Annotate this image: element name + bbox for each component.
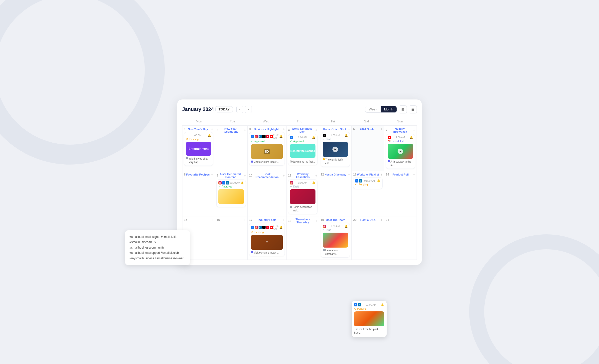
post-card-7: ▶ 1:00 AM 🔔 📅 Scheduled ▶ A throwback	[386, 134, 415, 169]
cell-title-14[interactable]: Product Poll	[389, 173, 412, 176]
cell-num-9: 9	[216, 174, 218, 177]
cell-title-5[interactable]: Home Office Shot	[322, 128, 347, 131]
cell-add-2[interactable]: +	[244, 128, 246, 132]
icon-ig-11: ◎	[290, 181, 293, 184]
status-label-13: Pending	[359, 183, 368, 186]
cell-num-17: 17	[249, 218, 252, 222]
week-view-button[interactable]: Week	[365, 106, 381, 112]
social-icons-3: f ◎ in ♪ P ▶	[251, 135, 273, 138]
cell-title-7[interactable]: Holiday Throwback	[387, 127, 412, 133]
cell-add-1[interactable]: +	[211, 127, 213, 131]
cell-num-20: 20	[353, 218, 356, 222]
icon-tk-5: ♪	[323, 134, 326, 137]
icon-yt-7: ▶	[388, 136, 391, 139]
social-icons-13: f in	[355, 179, 362, 182]
hashtag-line-3: #smallbusinesssupport #smallbizclub	[130, 250, 185, 256]
cell-title-19[interactable]: Meet The Team	[324, 218, 347, 221]
cell-add-21[interactable]: +	[413, 218, 415, 222]
popup-icon-li: in	[358, 303, 361, 306]
icon-ig-9: ◎	[218, 181, 222, 184]
next-month-button[interactable]: ›	[245, 106, 252, 113]
icon-tk-3: ♪	[262, 135, 266, 138]
cell-add-13[interactable]: +	[380, 173, 382, 177]
cell-6: 6 2024 Goals +	[352, 126, 384, 171]
social-icons-11: ◎	[290, 181, 293, 184]
cell-add-4[interactable]: +	[315, 128, 317, 132]
post-bell-3: 🔔	[279, 135, 283, 138]
desc-dot-11	[290, 206, 292, 208]
cell-num-8: 8	[184, 173, 186, 176]
cell-11: 11 Workday Essentials + ◎ 1:00 AM 🔔 ✏ Dr…	[287, 171, 319, 216]
cell-add-6[interactable]: +	[380, 127, 382, 131]
status-icon-4: ✓	[290, 140, 292, 142]
cell-5: 5 Home Office Shot + ♪ 1:00 AM 🔔 ✏ Draft	[319, 126, 352, 171]
day-mon: Mon	[182, 118, 216, 125]
cell-2: 2 New Year Resolutions +	[215, 126, 248, 171]
cell-title-9[interactable]: User Generated Content	[218, 173, 243, 179]
prev-month-button[interactable]: ‹	[236, 106, 243, 113]
cell-add-18[interactable]: +	[315, 219, 317, 223]
cell-title-11[interactable]: Workday Essentials	[291, 173, 314, 179]
cell-title-3[interactable]: Business Highlight	[251, 128, 282, 131]
icon-tk-17: ♪	[262, 226, 266, 229]
cell-num-21: 21	[386, 218, 389, 222]
popup-thumb	[354, 311, 384, 326]
post-desc-17: Visit our store today f...	[251, 251, 283, 255]
cell-title-6[interactable]: 2024 Goals	[355, 128, 380, 131]
popup-status-label: Pending	[357, 307, 367, 310]
cell-title-12[interactable]: Host a Giveaway	[324, 173, 347, 176]
thumb-img-7: ▶	[388, 144, 413, 159]
status-label-3: Approved	[254, 140, 265, 143]
cell-num-11: 11	[288, 174, 291, 177]
cell-add-8[interactable]: +	[211, 173, 213, 177]
cell-9: 9 User Generated Content + ◎ f in 01:00 …	[215, 171, 248, 216]
post-time-1: 1:00 AM	[192, 134, 201, 137]
cell-add-16[interactable]: +	[244, 218, 246, 222]
cell-add-14[interactable]: +	[413, 173, 415, 177]
month-view-button[interactable]: Month	[381, 106, 397, 112]
cell-title-20[interactable]: Host a Q&A	[356, 218, 379, 221]
day-thu: Thu	[283, 118, 316, 125]
cell-add-20[interactable]: +	[380, 218, 382, 222]
cell-title-10[interactable]: Book Recommendation	[252, 173, 282, 179]
post-card-4: f 1:00 AM 🔔 ✓ Approved Behind the Scenes…	[288, 134, 317, 165]
cell-add-11[interactable]: +	[315, 174, 317, 178]
hashtag-line-1: #smallbusinessinsights #smallbizlife	[130, 234, 185, 240]
cell-add-17[interactable]: +	[283, 218, 285, 222]
play-icon-5: ▶	[332, 147, 338, 152]
view-toggle: Week Month	[365, 106, 397, 113]
desc-dot-19	[323, 249, 325, 251]
cell-add-9[interactable]: +	[244, 174, 246, 178]
cell-add-10[interactable]: +	[283, 174, 285, 178]
cell-add-19[interactable]: +	[348, 218, 350, 222]
calendar-title: January 2024	[182, 106, 214, 112]
post-thumb-11	[290, 189, 315, 204]
status-label-19: Draft	[326, 229, 331, 231]
cell-title-17[interactable]: Industry Facts	[252, 218, 282, 221]
day-sat: Sat	[350, 118, 383, 125]
popup-icon-fb: f	[354, 303, 357, 306]
cell-title-18[interactable]: Throwback Thursday	[291, 218, 314, 224]
status-label-7: Scheduled	[392, 140, 404, 143]
cell-num-5: 5	[321, 127, 322, 131]
list-view-button[interactable]: ☰	[409, 105, 417, 113]
cell-add-12[interactable]: +	[348, 173, 350, 177]
cell-title-8[interactable]: Favourite Recipes	[186, 173, 210, 176]
cell-add-3[interactable]: +	[283, 127, 285, 131]
desc-text-7: A throwback to the m...	[391, 160, 413, 167]
post-thumb-3: IID	[251, 144, 283, 159]
cell-title-13[interactable]: Workday Playlist	[356, 173, 379, 176]
cell-title-1[interactable]: New Year's Day	[186, 128, 210, 131]
social-icons-17: f ◎ in ♪ P ▶	[251, 226, 273, 229]
cell-add-5[interactable]: +	[348, 127, 350, 131]
cell-add-15[interactable]: +	[211, 218, 213, 222]
cell-title-4[interactable]: World Kindness Day	[290, 127, 314, 133]
cell-title-2[interactable]: New Year Resolutions	[218, 127, 243, 133]
social-icons-9: ◎ f in	[218, 181, 229, 184]
post-status-9: ✓ Approved	[218, 185, 244, 188]
cell-add-7[interactable]: +	[413, 128, 415, 132]
social-icons-5: ♪	[323, 134, 326, 137]
grid-view-button[interactable]: ⊞	[399, 105, 407, 113]
status-label-11: Draft	[293, 185, 299, 188]
today-button[interactable]: TODAY	[215, 106, 233, 112]
